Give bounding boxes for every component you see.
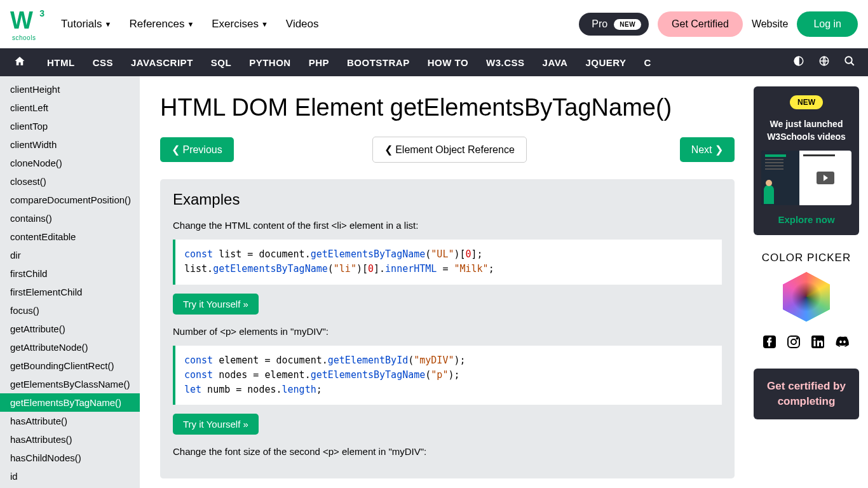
nav-tutorials[interactable]: Tutorials▼ [61, 18, 111, 30]
cert-promo-text: Get certified by completing [761, 379, 851, 409]
explore-now-link[interactable]: Explore now [761, 214, 851, 225]
social-icons [754, 334, 859, 353]
caret-down-icon: ▼ [187, 20, 194, 28]
svg-rect-10 [814, 341, 816, 346]
lang-item-java[interactable]: JAVA [534, 57, 577, 68]
sidebar-item[interactable]: contentEditable [0, 227, 140, 246]
try-it-button[interactable]: Try it Yourself » [173, 294, 259, 315]
sidebar-item[interactable]: compareDocumentPosition() [0, 191, 140, 209]
svg-point-2 [845, 57, 852, 64]
lang-item-bootstrap[interactable]: BOOTSTRAP [338, 57, 419, 68]
color-picker-hexagon[interactable] [779, 272, 834, 322]
lang-item-python[interactable]: PYTHON [240, 57, 300, 68]
main-content: HTML DOM Element getElementsByTagName() … [140, 76, 749, 488]
lang-item-css[interactable]: CSS [84, 57, 122, 68]
get-certified-button[interactable]: Get Certified [658, 11, 743, 37]
sidebar-item[interactable]: clientTop [0, 117, 140, 135]
examples-section: Examples Change the HTML content of the … [160, 179, 735, 478]
lang-item-html[interactable]: HTML [38, 57, 84, 68]
lang-item-w3css[interactable]: W3.CSS [477, 57, 534, 68]
home-icon[interactable] [8, 55, 32, 70]
color-picker-section: COLOR PICKER [754, 252, 859, 353]
new-badge: NEW [790, 95, 823, 109]
lang-item-javascript[interactable]: JAVASCRIPT [122, 57, 202, 68]
right-panel: NEW We just launched W3Schools videos Ex… [749, 76, 868, 488]
videos-promo-box[interactable]: NEW We just launched W3Schools videos Ex… [754, 86, 859, 235]
previous-button[interactable]: ❮ Previous [160, 137, 234, 162]
lang-item-php[interactable]: PHP [300, 57, 338, 68]
sidebar-item[interactable]: contains() [0, 209, 140, 227]
example-desc: Change the HTML content of the first <li… [173, 220, 722, 231]
sidebar-item[interactable]: closest() [0, 172, 140, 191]
sidebar-item[interactable]: firstChild [0, 264, 140, 283]
language-nav: HTMLCSSJAVASCRIPTSQLPYTHONPHPBOOTSTRAPHO… [0, 48, 868, 76]
w3schools-logo[interactable]: W 3 schools [10, 8, 48, 40]
svg-point-9 [813, 337, 816, 340]
top-right: ProNEW Get Certified Website Log in [579, 11, 858, 37]
nav-videos[interactable]: Videos [286, 18, 319, 30]
sidebar-item[interactable]: dir [0, 246, 140, 264]
character-icon [764, 185, 774, 204]
page-title: HTML DOM Element getElementsByTagName() [160, 94, 735, 121]
sidebar-item[interactable]: clientHeight [0, 80, 140, 98]
top-nav: Tutorials▼ References▼ Exercises▼ Videos [61, 18, 319, 30]
lang-item-jquery[interactable]: JQUERY [576, 57, 635, 68]
video-thumbnail [761, 151, 851, 205]
lang-item-howto[interactable]: HOW TO [419, 57, 477, 68]
login-button[interactable]: Log in [797, 11, 858, 37]
sidebar-item[interactable]: getAttributeNode() [0, 338, 140, 356]
sidebar-item[interactable]: getBoundingClientRect() [0, 356, 140, 375]
facebook-icon[interactable] [762, 334, 777, 353]
search-icon[interactable] [844, 55, 855, 70]
video-promo-text: We just launched W3Schools videos [761, 118, 851, 143]
sidebar-item[interactable]: getElementsByTagName() [0, 393, 140, 412]
sidebar-item[interactable]: getElementsByClassName() [0, 375, 140, 393]
sidebar-item[interactable]: clientLeft [0, 98, 140, 117]
svg-point-6 [791, 339, 796, 344]
nav-references[interactable]: References▼ [129, 18, 194, 30]
examples-heading: Examples [173, 191, 722, 208]
sidebar-item[interactable]: clientWidth [0, 135, 140, 154]
new-pill: NEW [614, 19, 641, 30]
lang-item-sql[interactable]: SQL [202, 57, 240, 68]
website-link[interactable]: Website [752, 18, 789, 30]
try-it-button[interactable]: Try it Yourself » [173, 414, 259, 435]
sidebar-item[interactable]: hasAttribute() [0, 412, 140, 430]
sidebar-item[interactable]: getAttribute() [0, 320, 140, 338]
next-button[interactable]: Next ❯ [680, 137, 735, 162]
sidebar-item[interactable]: hasAttributes() [0, 430, 140, 449]
sidebar-item[interactable]: firstElementChild [0, 283, 140, 301]
instagram-icon[interactable] [786, 334, 801, 353]
discord-icon[interactable] [834, 334, 851, 353]
code-block: const list = document.getElementsByTagNa… [173, 240, 722, 285]
sidebar-item[interactable]: id [0, 467, 140, 485]
svg-line-3 [851, 62, 854, 65]
play-icon [817, 172, 834, 184]
caret-down-icon: ▼ [261, 20, 268, 28]
pro-button[interactable]: ProNEW [579, 13, 649, 36]
color-picker-title: COLOR PICKER [754, 252, 859, 264]
sidebar-item[interactable]: hasChildNodes() [0, 449, 140, 467]
theme-toggle-icon[interactable] [793, 55, 804, 70]
example-desc: Number of <p> elements in "myDIV": [173, 326, 722, 337]
linkedin-icon[interactable] [810, 334, 825, 353]
sidebar-item[interactable]: cloneNode() [0, 154, 140, 172]
element-reference-button[interactable]: ❮ Element Object Reference [372, 137, 527, 163]
globe-icon[interactable] [818, 55, 830, 70]
sidebar-item[interactable]: focus() [0, 301, 140, 320]
caret-down-icon: ▼ [105, 20, 112, 28]
top-header: W 3 schools Tutorials▼ References▼ Exerc… [0, 0, 868, 48]
nav-exercises[interactable]: Exercises▼ [212, 18, 268, 30]
cert-promo-box[interactable]: Get certified by completing [754, 369, 859, 419]
lang-item-c[interactable]: C [635, 57, 660, 68]
svg-point-7 [797, 338, 798, 339]
code-block: const element = document.getElementById(… [173, 346, 722, 405]
example-desc: Change the font size of the second <p> e… [173, 446, 722, 457]
sidebar[interactable]: clientHeightclientLeftclientTopclientWid… [0, 76, 140, 488]
